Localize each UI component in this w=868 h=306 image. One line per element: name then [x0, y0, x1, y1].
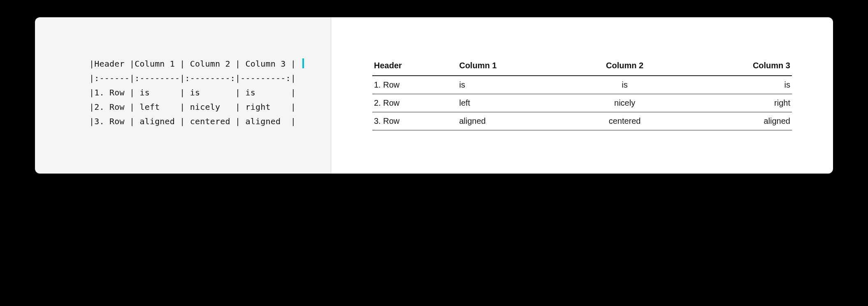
table-cell: 1. Row	[372, 76, 457, 94]
table-cell: is	[457, 76, 569, 94]
table-cell: left	[457, 94, 569, 112]
editor-content[interactable]: |Header |Column 1 | Column 2 | Column 3 …	[89, 57, 331, 129]
table-cell: is	[569, 76, 680, 94]
editor-line-text: |3. Row | aligned | centered | aligned |	[89, 116, 296, 126]
preview-pane: Header Column 1 Column 2 Column 3 1. Row…	[331, 17, 833, 174]
table-row: 2. Row left nicely right	[372, 94, 792, 112]
table-cell: right	[680, 94, 792, 112]
editor-line[interactable]: |2. Row | left | nicely | right |	[89, 100, 331, 114]
table-header-cell: Column 3	[680, 57, 792, 76]
text-cursor-icon	[302, 58, 304, 68]
editor-pane[interactable]: |Header |Column 1 | Column 2 | Column 3 …	[35, 17, 331, 174]
table-row: 3. Row aligned centered aligned	[372, 112, 792, 130]
markdown-editor-window: |Header |Column 1 | Column 2 | Column 3 …	[35, 17, 833, 174]
editor-line-text: |Header |Column 1 | Column 2 | Column 3 …	[89, 59, 301, 69]
preview-table: Header Column 1 Column 2 Column 3 1. Row…	[372, 57, 792, 130]
table-cell: 3. Row	[372, 112, 457, 130]
table-header-row: Header Column 1 Column 2 Column 3	[372, 57, 792, 76]
table-cell: nicely	[569, 94, 680, 112]
table-header-cell: Column 2	[569, 57, 680, 76]
table-cell: aligned	[680, 112, 792, 130]
editor-line[interactable]: |1. Row | is | is | is |	[89, 86, 331, 100]
table-cell: centered	[569, 112, 680, 130]
table-cell: aligned	[457, 112, 569, 130]
table-cell: 2. Row	[372, 94, 457, 112]
editor-line-text: |2. Row | left | nicely | right |	[89, 102, 296, 112]
editor-line-text: |1. Row | is | is | is |	[89, 88, 296, 97]
editor-line[interactable]: |Header |Column 1 | Column 2 | Column 3 …	[89, 57, 331, 71]
table-row: 1. Row is is is	[372, 76, 792, 94]
editor-line[interactable]: |3. Row | aligned | centered | aligned |	[89, 114, 331, 129]
editor-line-text: |:------|:--------|:--------:|---------:…	[89, 73, 296, 83]
table-header-cell: Column 1	[457, 57, 569, 76]
table-header-cell: Header	[372, 57, 457, 76]
table-cell: is	[680, 76, 792, 94]
editor-line[interactable]: |:------|:--------|:--------:|---------:…	[89, 71, 331, 86]
